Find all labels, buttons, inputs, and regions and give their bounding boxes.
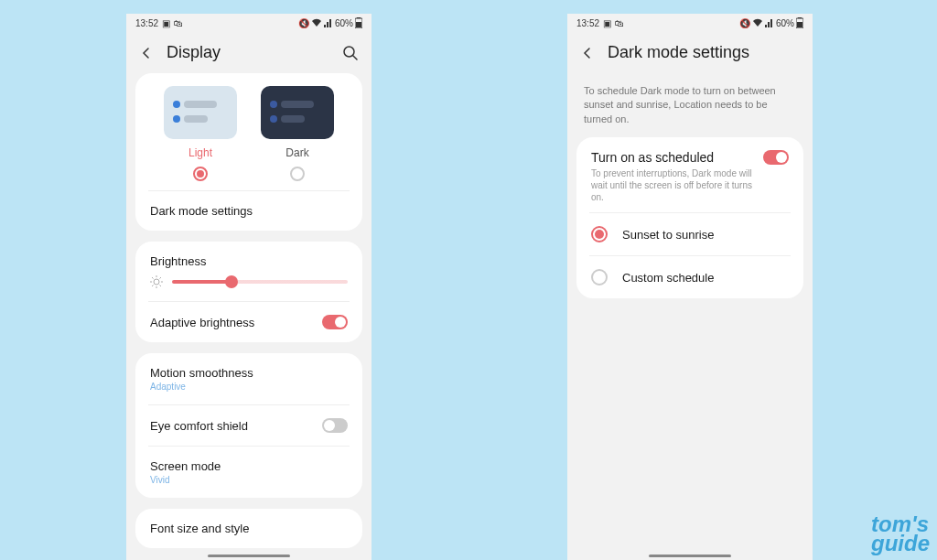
svg-rect-2: [357, 17, 361, 18]
search-icon[interactable]: [342, 45, 359, 61]
brightness-label: Brightness: [150, 254, 348, 268]
font-card: Font size and style: [135, 509, 362, 548]
brightness-card: Brightness Adaptive brightness: [135, 242, 362, 342]
slider-thumb[interactable]: [225, 275, 238, 288]
eye-comfort-toggle[interactable]: [322, 418, 348, 433]
scheduled-title: Turn on as scheduled: [591, 150, 754, 165]
svg-rect-15: [798, 17, 802, 18]
font-size-label: Font size and style: [150, 522, 249, 535]
nav-indicator[interactable]: [649, 555, 731, 557]
scheduled-toggle[interactable]: [763, 150, 789, 165]
adaptive-brightness-toggle[interactable]: [322, 315, 348, 329]
signal-icon: [765, 18, 774, 27]
signal-icon: [324, 18, 333, 27]
brightness-slider[interactable]: [172, 280, 348, 284]
light-label: Light: [188, 146, 212, 159]
dark-mode-settings-row[interactable]: Dark mode settings: [135, 191, 362, 231]
phone-dark-mode-settings: 13:52 ▣ 🛍 🔇 60% Dark mode settings To sc…: [567, 14, 813, 560]
light-radio[interactable]: [193, 167, 208, 181]
svg-line-10: [160, 285, 162, 287]
header: Display: [126, 32, 372, 73]
sun-icon: [150, 275, 163, 288]
motion-smoothness-row[interactable]: Motion smoothness Adaptive: [135, 353, 362, 404]
screen-mode-row[interactable]: Screen mode Vivid: [135, 447, 362, 498]
status-image-icon: ▣: [162, 18, 170, 28]
dark-radio[interactable]: [290, 167, 305, 181]
status-time: 13:52: [135, 18, 158, 28]
eye-comfort-label: Eye comfort shield: [150, 419, 248, 433]
sunset-sunrise-option[interactable]: Sunset to sunrise: [576, 213, 803, 255]
battery-icon: [355, 17, 362, 28]
watermark: tom's guide: [871, 515, 930, 553]
header: Dark mode settings: [567, 32, 813, 73]
light-preview: [164, 86, 237, 139]
custom-radio[interactable]: [591, 269, 608, 285]
font-size-row[interactable]: Font size and style: [135, 509, 362, 548]
theme-dark-option[interactable]: Dark: [249, 86, 346, 181]
motion-smoothness-sub: Adaptive: [150, 382, 186, 392]
schedule-description: To schedule Dark mode to turn on between…: [567, 73, 813, 137]
svg-rect-1: [356, 22, 361, 27]
page-title: Dark mode settings: [608, 43, 800, 62]
sunset-label: Sunset to sunrise: [622, 228, 714, 242]
adaptive-brightness-label: Adaptive brightness: [150, 316, 254, 329]
svg-line-12: [160, 277, 162, 279]
status-bar: 13:52 ▣ 🛍 🔇 60%: [126, 14, 372, 32]
page-title: Display: [167, 43, 329, 62]
dark-mode-settings-label: Dark mode settings: [150, 204, 253, 218]
wifi-icon: [752, 18, 763, 27]
adaptive-brightness-row[interactable]: Adaptive brightness: [135, 302, 362, 342]
back-icon[interactable]: [580, 46, 595, 60]
motion-smoothness-label: Motion smoothness: [150, 366, 253, 380]
custom-label: Custom schedule: [622, 271, 714, 285]
svg-point-4: [154, 279, 159, 285]
back-icon[interactable]: [139, 46, 154, 60]
status-time: 13:52: [576, 18, 599, 28]
sunset-radio[interactable]: [591, 226, 608, 242]
scheduled-sub: To prevent interruptions, Dark mode will…: [591, 167, 754, 203]
svg-line-11: [152, 285, 154, 287]
schedule-card: Turn on as scheduled To prevent interrup…: [576, 137, 803, 298]
custom-schedule-option[interactable]: Custom schedule: [576, 256, 803, 298]
nav-indicator[interactable]: [208, 555, 290, 557]
status-app-icon: 🛍: [615, 18, 624, 28]
wifi-icon: [311, 18, 322, 27]
eye-comfort-row[interactable]: Eye comfort shield: [135, 405, 362, 446]
display-options-card: Motion smoothness Adaptive Eye comfort s…: [135, 353, 362, 498]
status-bar: 13:52 ▣ 🛍 🔇 60%: [567, 14, 813, 32]
status-app-icon: 🛍: [174, 18, 183, 28]
status-image-icon: ▣: [603, 18, 611, 28]
svg-point-3: [344, 47, 354, 57]
mute-icon: 🔇: [298, 18, 309, 28]
phone-display-settings: 13:52 ▣ 🛍 🔇 60% Display: [126, 14, 372, 560]
battery-text: 60%: [335, 18, 353, 28]
screen-mode-sub: Vivid: [150, 475, 170, 485]
mute-icon: 🔇: [739, 18, 750, 28]
dark-label: Dark: [285, 146, 308, 159]
svg-line-9: [152, 277, 154, 279]
dark-preview: [261, 86, 334, 139]
svg-rect-14: [797, 22, 802, 27]
theme-light-option[interactable]: Light: [152, 86, 249, 181]
theme-card: Light Dark Dark mode settings: [135, 73, 362, 231]
screen-mode-label: Screen mode: [150, 459, 221, 473]
battery-icon: [796, 17, 803, 28]
turn-on-scheduled-row[interactable]: Turn on as scheduled To prevent interrup…: [576, 137, 803, 212]
battery-text: 60%: [776, 18, 794, 28]
